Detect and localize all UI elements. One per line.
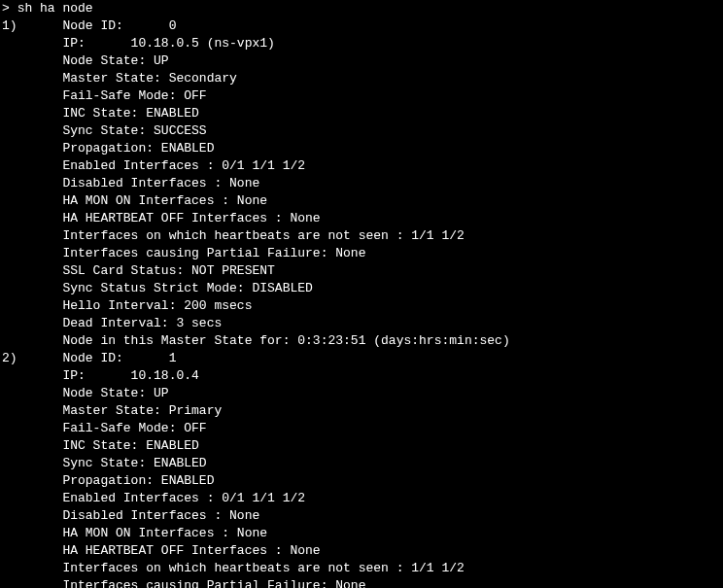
- output-row: Fail-Safe Mode: OFF: [0, 87, 723, 105]
- output-row: Disabled Interfaces : None: [0, 175, 723, 192]
- output-row: INC State: ENABLED: [0, 437, 723, 455]
- output-row: Node State: UP: [0, 52, 723, 70]
- output-row: HA MON ON Interfaces : None: [0, 525, 723, 542]
- output-row: Propagation: ENABLED: [0, 140, 723, 157]
- output-row: Sync State: SUCCESS: [0, 122, 723, 140]
- output-row: Interfaces causing Partial Failure: None: [0, 245, 723, 262]
- output-row: Sync State: ENABLED: [0, 455, 723, 472]
- output-row: Node State: UP: [0, 385, 723, 402]
- output-row: Node in this Master State for: 0:3:23:51…: [0, 332, 723, 350]
- command-line: > sh ha node: [0, 0, 723, 17]
- output-row: Interfaces causing Partial Failure: None: [0, 577, 723, 588]
- output-row: Sync Status Strict Mode: DISABLED: [0, 280, 723, 297]
- output-row: HA MON ON Interfaces : None: [0, 192, 723, 210]
- output-row: Disabled Interfaces : None: [0, 507, 723, 525]
- output-row: Master State: Secondary: [0, 70, 723, 87]
- output-row: IP: 10.18.0.5 (ns-vpx1): [0, 35, 723, 52]
- output-row: 2) Node ID: 1: [0, 350, 723, 367]
- output-row: Fail-Safe Mode: OFF: [0, 420, 723, 437]
- output-row: INC State: ENABLED: [0, 105, 723, 122]
- terminal-output: > sh ha node1) Node ID: 0 IP: 10.18.0.5 …: [0, 0, 723, 588]
- output-row: 1) Node ID: 0: [0, 17, 723, 35]
- output-row: Hello Interval: 200 msecs: [0, 297, 723, 315]
- output-row: HA HEARTBEAT OFF Interfaces : None: [0, 542, 723, 560]
- output-row: Enabled Interfaces : 0/1 1/1 1/2: [0, 157, 723, 175]
- command-text: sh ha node: [17, 1, 93, 16]
- output-row: Propagation: ENABLED: [0, 472, 723, 490]
- prompt-symbol: >: [2, 0, 10, 17]
- output-row: HA HEARTBEAT OFF Interfaces : None: [0, 210, 723, 227]
- output-row: Dead Interval: 3 secs: [0, 315, 723, 332]
- output-row: Interfaces on which heartbeats are not s…: [0, 560, 723, 577]
- output-row: SSL Card Status: NOT PRESENT: [0, 262, 723, 280]
- output-row: Master State: Primary: [0, 402, 723, 420]
- output-row: Enabled Interfaces : 0/1 1/1 1/2: [0, 490, 723, 507]
- output-row: Interfaces on which heartbeats are not s…: [0, 227, 723, 245]
- output-row: IP: 10.18.0.4: [0, 367, 723, 385]
